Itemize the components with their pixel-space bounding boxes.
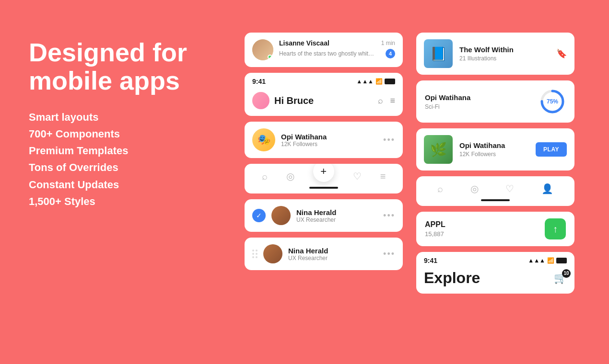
explore-wifi-icon: 📶 bbox=[547, 257, 554, 264]
chat-content: Lisanne Viscaal 1 min Hearts of the star… bbox=[279, 39, 395, 58]
unread-badge: 4 bbox=[386, 49, 395, 58]
book-thumbnail: 📘 bbox=[424, 39, 453, 68]
progress-circle: 75% bbox=[539, 88, 566, 115]
drag-user-name: Nina Herald bbox=[288, 247, 377, 255]
feature-item: 700+ Components bbox=[29, 125, 230, 142]
search-icon[interactable]: ⌕ bbox=[378, 96, 383, 106]
chat-meta: Hearts of the stars two ghostly white fi… bbox=[279, 49, 395, 58]
status-bar: 9:41 ▲▲▲ 📶 bbox=[252, 78, 395, 85]
book-title: The Wolf Within bbox=[459, 46, 550, 54]
left-panel: Designed for mobile apps Smart layouts70… bbox=[29, 38, 230, 210]
book-subtitle: 21 Illustrations bbox=[459, 55, 550, 62]
list-user-role: UX Researcher bbox=[296, 216, 377, 223]
cart-badge: 10 bbox=[562, 269, 571, 278]
nav-menu-icon[interactable]: ≡ bbox=[380, 171, 386, 182]
checkmark: ✓ bbox=[256, 212, 262, 219]
bottom-nav-2-card: ⌕ ◎ ♡ 👤 bbox=[416, 176, 574, 206]
progress-genre: Sci-Fi bbox=[425, 103, 470, 110]
nav-search-icon[interactable]: ⌕ bbox=[262, 171, 268, 182]
list-user-name: Nina Herald bbox=[296, 208, 377, 216]
feature-item: 1,500+ Styles bbox=[29, 193, 230, 210]
list-user-info: Nina Herald UX Researcher bbox=[296, 208, 377, 223]
profile-name: Opi Watihana bbox=[281, 133, 377, 141]
explore-status-icons: ▲▲▲ 📶 bbox=[528, 257, 567, 264]
book-card: 📘 The Wolf Within 21 Illustrations 🔖 bbox=[416, 33, 574, 75]
bookmark-icon[interactable]: 🔖 bbox=[556, 48, 567, 59]
stock-card: APPL 15,887 ↑ bbox=[416, 212, 574, 246]
greeting-icons: ⌕ ≡ bbox=[378, 96, 395, 106]
artist-followers: 12K Followers bbox=[459, 151, 529, 158]
profile-followers: 12K Followers bbox=[281, 141, 377, 148]
status-icons: ▲▲▲ 📶 bbox=[356, 78, 395, 85]
nav-heart-icon[interactable]: ♡ bbox=[353, 171, 362, 182]
profile-card: 🎭 Opi Watihana 12K Followers ••• bbox=[245, 122, 403, 158]
bnav2-location-icon[interactable]: ◎ bbox=[470, 183, 479, 194]
stock-up-button[interactable]: ↑ bbox=[545, 218, 566, 239]
nav-add-button[interactable]: + bbox=[313, 164, 334, 182]
greeting-left: Hi Bruce bbox=[252, 92, 314, 109]
feature-item: Premium Templates bbox=[29, 142, 230, 159]
bnav2-row: ⌕ ◎ ♡ 👤 bbox=[424, 183, 567, 194]
right-column: 📘 The Wolf Within 21 Illustrations 🔖 Opi… bbox=[416, 33, 574, 294]
explore-title: Explore bbox=[424, 269, 480, 287]
feature-item: Constant Updates bbox=[29, 176, 230, 193]
drag-user-role: UX Researcher bbox=[288, 255, 377, 262]
chat-message-card: Lisanne Viscaal 1 min Hearts of the star… bbox=[245, 33, 403, 67]
feature-list: Smart layouts700+ ComponentsPremium Temp… bbox=[29, 109, 230, 210]
bnav2-heart-icon[interactable]: ♡ bbox=[505, 183, 514, 194]
message-time: 1 min bbox=[381, 40, 395, 46]
book-info: The Wolf Within 21 Illustrations bbox=[459, 46, 550, 62]
status-time: 9:41 bbox=[252, 78, 266, 85]
nav-indicator bbox=[309, 187, 338, 189]
hero-line1: Designed for bbox=[29, 38, 187, 67]
play-button[interactable]: PLAY bbox=[536, 142, 567, 157]
stock-price: 15,887 bbox=[425, 230, 445, 238]
drag-more-icon[interactable]: ••• bbox=[383, 249, 395, 259]
artist-name: Opi Watihana bbox=[459, 141, 529, 149]
list-item-checked-card: ✓ Nina Herald UX Researcher ••• bbox=[245, 199, 403, 232]
drag-user-info: Nina Herald UX Researcher bbox=[288, 247, 377, 262]
artist-thumbnail: 🌿 bbox=[424, 135, 453, 164]
profile-avatar: 🎭 bbox=[252, 128, 275, 151]
bnav2-user-icon[interactable]: 👤 bbox=[541, 183, 553, 194]
artist-info: Opi Watihana 12K Followers bbox=[459, 141, 529, 158]
cart-icon-wrap[interactable]: 🛒 10 bbox=[554, 272, 567, 284]
bottom-nav-card: ⌕ ◎ + ♡ ≡ bbox=[245, 164, 403, 193]
signal-icon: ▲▲▲ bbox=[356, 78, 374, 85]
list-more-icon[interactable]: ••• bbox=[383, 211, 395, 221]
list-avatar bbox=[271, 206, 291, 225]
menu-icon[interactable]: ≡ bbox=[390, 96, 395, 106]
status-bar-card: 9:41 ▲▲▲ 📶 Hi Bruce ⌕ ≡ bbox=[245, 73, 403, 116]
greeting-row: Hi Bruce ⌕ ≡ bbox=[252, 92, 395, 109]
sender-name: Lisanne Viscaal bbox=[279, 39, 329, 47]
explore-signal-icon: ▲▲▲ bbox=[528, 257, 545, 264]
hero-line2: mobile apps bbox=[29, 66, 180, 95]
check-circle-icon: ✓ bbox=[252, 209, 266, 222]
bnav2-search-icon[interactable]: ⌕ bbox=[437, 183, 443, 194]
profile-info: Opi Watihana 12K Followers bbox=[281, 133, 377, 148]
explore-battery-icon bbox=[556, 258, 567, 263]
more-options-icon[interactable]: ••• bbox=[383, 135, 395, 145]
nav-row: ⌕ ◎ + ♡ ≡ bbox=[252, 171, 395, 182]
progress-card: Opi Watihana Sci-Fi 75% bbox=[416, 80, 574, 123]
mid-column: Lisanne Viscaal 1 min Hearts of the star… bbox=[245, 33, 403, 270]
greeting-text: Hi Bruce bbox=[274, 95, 314, 106]
explore-status-bar: 9:41 ▲▲▲ 📶 bbox=[424, 257, 567, 264]
stock-info: APPL 15,887 bbox=[425, 220, 445, 238]
nav-location-icon[interactable]: ◎ bbox=[286, 171, 294, 182]
wifi-icon: 📶 bbox=[375, 78, 383, 85]
explore-card: 9:41 ▲▲▲ 📶 Explore 🛒 10 bbox=[416, 252, 574, 294]
drag-item-card: Nina Herald UX Researcher ••• bbox=[245, 238, 403, 270]
explore-title-row: Explore 🛒 10 bbox=[424, 269, 567, 287]
feature-item: Smart layouts bbox=[29, 109, 230, 125]
feature-item: Tons of Overrides bbox=[29, 159, 230, 176]
online-indicator bbox=[268, 55, 272, 59]
drag-handle-icon[interactable] bbox=[252, 250, 258, 258]
progress-user-name: Opi Watihana bbox=[425, 93, 470, 102]
drag-avatar bbox=[263, 244, 282, 263]
message-preview: Hearts of the stars two ghostly white fi… bbox=[279, 50, 375, 57]
stock-ticker: APPL bbox=[425, 220, 445, 229]
progress-info: Opi Watihana Sci-Fi bbox=[425, 93, 470, 110]
artist-play-card: 🌿 Opi Watihana 12K Followers PLAY bbox=[416, 128, 574, 171]
chat-header: Lisanne Viscaal 1 min bbox=[279, 39, 395, 47]
